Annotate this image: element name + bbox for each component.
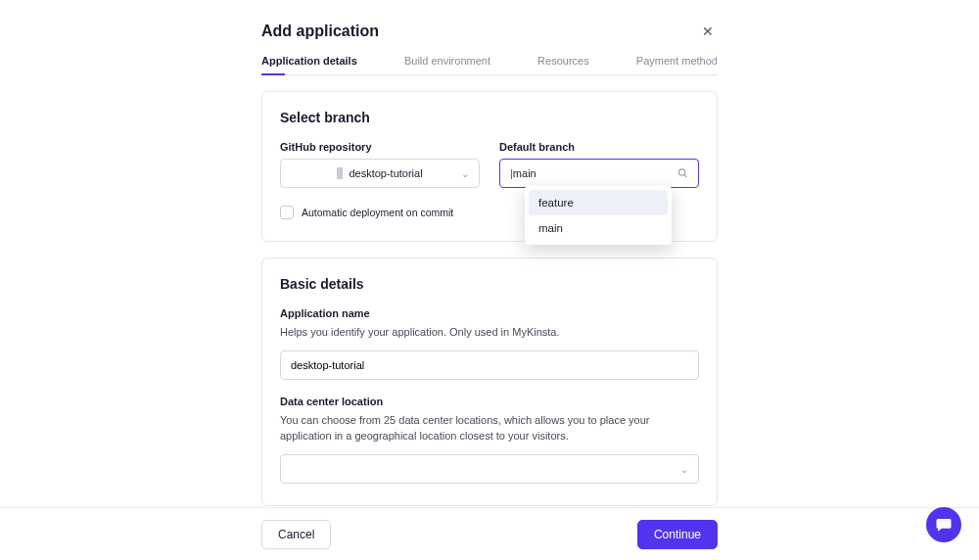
svg-point-0 xyxy=(678,169,684,175)
chevron-down-icon: ⌄ xyxy=(461,168,469,179)
svg-line-1 xyxy=(684,175,687,178)
branch-label: Default branch xyxy=(499,141,699,153)
chat-icon xyxy=(935,516,953,534)
basic-details-title: Basic details xyxy=(280,276,699,292)
branch-option-feature[interactable]: feature xyxy=(529,190,668,215)
app-name-label: Application name xyxy=(280,307,699,319)
page-title: Add application xyxy=(261,23,379,40)
repo-value: desktop-tutorial xyxy=(349,167,422,179)
repo-icon xyxy=(337,167,343,179)
auto-deploy-checkbox[interactable] xyxy=(280,206,294,219)
select-branch-title: Select branch xyxy=(280,110,699,125)
wizard-tabs: Application details Build environment Re… xyxy=(261,55,718,75)
tab-application-details[interactable]: Application details xyxy=(261,55,357,74)
repo-label: GitHub repository xyxy=(280,141,480,153)
chevron-down-icon: ⌄ xyxy=(680,463,688,474)
tab-payment-method[interactable]: Payment method xyxy=(636,55,718,74)
branch-option-main[interactable]: main xyxy=(529,215,668,241)
tab-resources[interactable]: Resources xyxy=(537,55,589,74)
dc-help: You can choose from 25 data center locat… xyxy=(280,413,699,444)
default-branch-select[interactable]: |main xyxy=(499,159,699,188)
app-name-input[interactable] xyxy=(291,359,688,371)
footer-bar: Cancel Continue xyxy=(0,507,979,560)
dc-label: Data center location xyxy=(280,396,699,407)
continue-button[interactable]: Continue xyxy=(637,520,718,549)
app-name-input-wrap xyxy=(280,350,699,380)
basic-details-card: Basic details Application name Helps you… xyxy=(261,257,718,506)
github-repo-select[interactable]: desktop-tutorial ⌄ xyxy=(280,159,480,188)
chat-widget-button[interactable] xyxy=(926,507,961,542)
auto-deploy-label: Automatic deployment on commit xyxy=(302,207,453,218)
close-icon[interactable]: ✕ xyxy=(698,22,718,41)
branch-dropdown: feature main xyxy=(525,186,672,245)
tab-build-environment[interactable]: Build environment xyxy=(404,55,490,74)
search-icon xyxy=(677,168,688,179)
branch-value: main xyxy=(513,167,536,179)
dc-select[interactable]: ⌄ xyxy=(280,454,699,484)
app-name-help: Helps you identify your application. Onl… xyxy=(280,325,699,341)
cancel-button[interactable]: Cancel xyxy=(261,520,331,549)
